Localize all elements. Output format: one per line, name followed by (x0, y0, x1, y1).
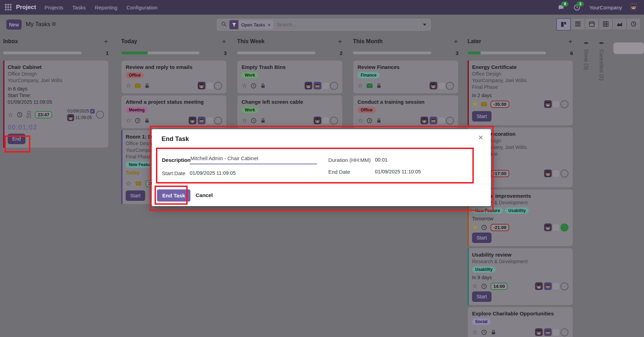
status-circle[interactable] (96, 111, 104, 119)
done-checkbox[interactable] (323, 118, 329, 124)
column-progressbar[interactable] (237, 52, 315, 54)
view-calendar-button[interactable] (585, 18, 599, 30)
unfold-icon[interactable]: ◀▶ (599, 41, 604, 45)
done-checkbox[interactable] (553, 171, 559, 177)
gear-icon[interactable]: ⚙ (52, 21, 56, 27)
envelope-icon[interactable] (135, 83, 141, 89)
view-graph-button[interactable] (613, 18, 627, 30)
add-task-button[interactable]: + (454, 38, 458, 45)
clock-icon[interactable] (481, 283, 487, 289)
clock-icon[interactable] (367, 118, 372, 124)
view-activity-button[interactable] (627, 18, 641, 30)
done-checkbox[interactable] (323, 83, 329, 89)
company-name[interactable]: YourCompany (589, 5, 622, 10)
done-checkbox[interactable] (207, 83, 213, 89)
add-column-area[interactable] (613, 42, 644, 54)
status-circle[interactable] (560, 328, 568, 336)
status-circle[interactable] (214, 117, 222, 125)
star-icon[interactable]: ★ (472, 224, 478, 230)
column-progressbar[interactable] (3, 52, 81, 54)
add-task-button[interactable]: + (568, 38, 572, 45)
clock-icon[interactable] (251, 83, 257, 89)
task-card-chair-cabinet[interactable]: Chair Cabinet Office Design YourCompany,… (3, 60, 109, 148)
start-timer-button[interactable]: Start (472, 111, 492, 122)
checked-checkbox-icon[interactable]: ✓ (90, 109, 95, 113)
search-input[interactable]: Search... (277, 22, 296, 28)
task-card-charitable[interactable]: Explore Charitable Opportunities Social … (468, 307, 573, 337)
breadcrumb[interactable]: My Tasks (26, 21, 50, 28)
star-icon[interactable]: ☆ (358, 117, 363, 124)
envelope-icon[interactable] (481, 101, 487, 107)
menu-configuration[interactable]: Configuration (126, 5, 157, 10)
unfold-icon[interactable]: ◀▶ (583, 41, 589, 45)
star-icon[interactable]: ☆ (126, 117, 131, 124)
add-task-button[interactable]: + (338, 38, 342, 45)
view-pivot-button[interactable] (599, 18, 613, 30)
clock-icon[interactable] (17, 112, 23, 118)
clock-icon[interactable] (481, 329, 487, 335)
filter-facet[interactable]: Open Tasks× (229, 20, 273, 29)
status-circle[interactable] (446, 82, 454, 90)
envelope-icon[interactable] (367, 83, 372, 89)
done-checkbox[interactable] (207, 118, 213, 124)
app-name[interactable]: Project (16, 4, 36, 11)
phone-icon[interactable]: ☎ (135, 181, 142, 187)
status-circle[interactable] (330, 117, 338, 125)
menu-tasks[interactable]: Tasks (72, 5, 86, 10)
facet-remove-icon[interactable]: × (268, 22, 270, 28)
apps-grid-icon[interactable] (5, 4, 12, 11)
status-circle-done[interactable] (560, 224, 568, 232)
status-circle[interactable] (560, 170, 568, 178)
star-icon[interactable]: ☆ (242, 83, 247, 89)
user-avatar[interactable] (630, 3, 639, 12)
timesheet-badge[interactable]: -21:00 (490, 224, 509, 231)
start-timer-button[interactable]: Start (472, 233, 492, 243)
task-card-usability-review[interactable]: Usability review Research & Development … (468, 248, 573, 305)
task-card-status-meeting[interactable]: Attend a project status meeting Meeting … (121, 95, 227, 128)
task-card-energy-certificate[interactable]: Energy Certificate Office Design YourCom… (468, 60, 573, 126)
search-dropdown-toggle[interactable] (419, 19, 430, 30)
search-bar[interactable]: Open Tasks× Search... (217, 19, 431, 31)
view-kanban-button[interactable] (556, 18, 571, 31)
column-progressbar[interactable] (468, 52, 546, 54)
star-icon[interactable]: ☆ (472, 283, 478, 289)
menu-reporting[interactable]: Reporting (95, 5, 117, 10)
status-circle[interactable] (446, 117, 454, 125)
star-icon[interactable]: ★ (472, 101, 478, 107)
clock-icon[interactable] (251, 118, 257, 124)
clock-icon[interactable] (135, 118, 141, 124)
done-checkbox[interactable] (553, 283, 559, 289)
status-circle[interactable] (330, 82, 338, 90)
task-card-training-session[interactable]: Conduct a training session Office ☆ (353, 95, 458, 128)
folded-column-label[interactable]: Done (3) (583, 49, 589, 70)
star-icon[interactable]: ☆ (242, 117, 247, 124)
star-icon[interactable]: ☆ (126, 180, 131, 187)
deadline-datetime[interactable]: 01/09/2025✓ 11:09:05 (67, 108, 95, 121)
status-circle[interactable] (560, 282, 568, 290)
folded-column-cancelled[interactable]: ◀▶ Cancelled (2) (595, 41, 608, 80)
column-progressbar[interactable] (121, 52, 199, 54)
folded-column-label[interactable]: Cancelled (2) (599, 49, 605, 80)
star-icon[interactable]: ☆ (358, 83, 363, 89)
start-timer-button[interactable]: Start (472, 291, 492, 302)
star-icon[interactable]: ☆ (126, 83, 131, 89)
start-timer-button[interactable]: Start (126, 190, 145, 201)
done-checkbox[interactable] (439, 118, 445, 124)
task-card-screen-cable[interactable]: Change left screen cable Work ☆ (237, 95, 343, 128)
timesheet-badge[interactable]: 23:47 (35, 111, 52, 118)
folded-column-done[interactable]: ◀▶ Done (3) (579, 41, 593, 70)
task-card-review-emails[interactable]: Review and reply to emails Office ☆ (121, 60, 227, 94)
new-button[interactable]: New (6, 19, 22, 30)
status-circle[interactable] (560, 100, 568, 108)
add-task-button[interactable]: + (222, 38, 226, 45)
menu-projects[interactable]: Projects (45, 5, 63, 10)
timesheet-badge[interactable]: 14:00 (490, 283, 508, 290)
done-checkbox[interactable] (553, 225, 559, 230)
star-icon[interactable]: ☆ (472, 329, 478, 335)
column-progressbar[interactable] (353, 52, 431, 54)
messages-icon[interactable]: 8 (557, 3, 566, 12)
view-list-button[interactable] (571, 18, 585, 30)
done-checkbox[interactable] (553, 101, 559, 107)
done-checkbox[interactable] (553, 329, 559, 335)
add-task-button[interactable]: + (104, 38, 108, 45)
